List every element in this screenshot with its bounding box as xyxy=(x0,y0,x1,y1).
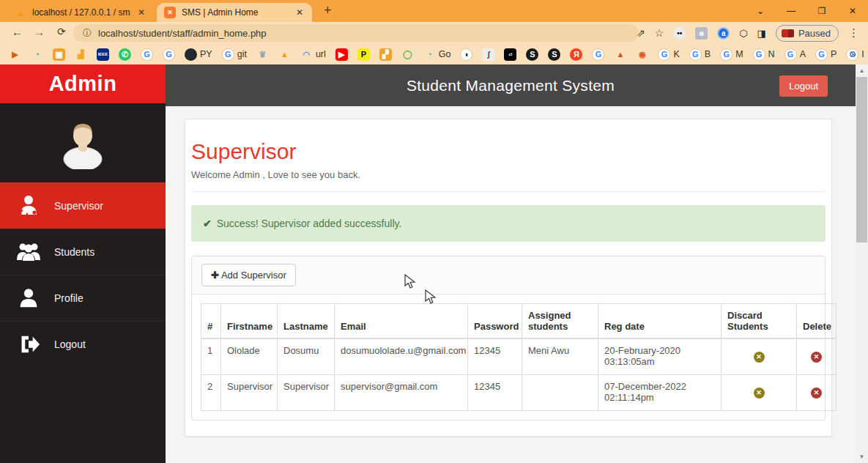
idm-paused-button[interactable]: Paused xyxy=(776,25,839,42)
plus-icon: ✚ xyxy=(211,270,219,281)
google-icon[interactable]: GK xyxy=(658,48,679,61)
phpmyadmin-icon[interactable]: ▲ xyxy=(278,48,291,61)
cl-icon: cl xyxy=(504,48,516,61)
scrollbar-thumb[interactable] xyxy=(856,77,867,242)
analytics-icon[interactable]: ▟ xyxy=(75,48,87,61)
panda-extension-icon[interactable]: •• xyxy=(673,27,686,40)
paystack-icon[interactable]: P xyxy=(357,48,370,61)
browser-menu-icon[interactable]: ⋮ xyxy=(848,26,859,40)
share-icon[interactable]: ⇗ xyxy=(637,27,645,39)
google-icon[interactable]: GB xyxy=(689,48,711,61)
goose-icon: ◖ xyxy=(460,48,472,61)
cell-num: 2 xyxy=(201,374,221,410)
cell-num: 1 xyxy=(201,338,221,374)
discard-students-icon[interactable]: ✕ xyxy=(754,388,765,399)
logout-button[interactable]: Logout xyxy=(779,75,828,97)
eye-icon: ◉ xyxy=(636,48,648,61)
yandex-icon[interactable]: Я xyxy=(570,48,582,61)
address-bar[interactable]: ⓘ localhost/student/staff/admin_home.php xyxy=(73,24,639,42)
add-supervisor-label: Add Supervisor xyxy=(221,270,286,281)
browser-tab-strip: ▲ localhost / 127.0.0.1 / sms / adm ✕ ✕ … xyxy=(0,0,868,22)
tab-title: SMS | Admin Home xyxy=(182,7,289,18)
tab-close-icon[interactable]: ✕ xyxy=(136,7,146,18)
extensions-puzzle-icon[interactable]: ⬡ xyxy=(739,28,747,39)
google-icon[interactable]: GA xyxy=(784,48,806,61)
new-tab-button[interactable]: + xyxy=(324,3,332,18)
s-circle-icon: S xyxy=(526,48,538,61)
google-icon: G xyxy=(658,48,670,61)
sidebar: Admin Supervisor xyxy=(0,64,166,463)
delete-icon[interactable]: ✕ xyxy=(811,388,822,399)
content-card: Supervisor Welcome Admin , Love to see y… xyxy=(185,119,832,437)
app-header: Student Management System Logout xyxy=(166,64,856,106)
scroll-down-icon[interactable]: ▼ xyxy=(856,451,868,463)
window-maximize-button[interactable]: ❐ xyxy=(806,0,837,22)
s-circle-icon[interactable]: S xyxy=(548,48,560,61)
add-supervisor-button[interactable]: ✚Add Supervisor xyxy=(201,264,296,286)
github-icon xyxy=(185,48,197,61)
youtube-icon[interactable]: ▶ xyxy=(335,48,348,61)
google-icon[interactable]: GP xyxy=(815,48,837,61)
sidebar-item-supervisor[interactable]: Supervisor xyxy=(0,182,166,229)
badge-icon: ♛ xyxy=(256,48,269,61)
goose-icon[interactable]: ◖ xyxy=(460,48,472,61)
tab-close-icon[interactable]: ✕ xyxy=(294,7,305,18)
sidebar-item-logout[interactable]: Logout xyxy=(0,321,166,367)
bookmarks-overflow-chevron[interactable]: » xyxy=(850,48,856,59)
sidebar-item-profile[interactable]: Profile xyxy=(0,275,166,321)
window-minimize-button[interactable]: — xyxy=(776,0,806,22)
a-extension-icon[interactable]: a xyxy=(717,27,730,40)
site-info-icon[interactable]: ⓘ xyxy=(83,27,92,40)
figure-icon[interactable]: ʃ xyxy=(482,48,494,61)
wave-icon[interactable]: ◠url xyxy=(300,48,326,61)
godaddy-swirl-icon[interactable]: ◔Go xyxy=(423,48,451,61)
xampp-favicon: ✕ xyxy=(164,7,176,18)
mouse-cursor xyxy=(425,289,438,305)
eye-icon[interactable]: ◉ xyxy=(636,48,648,61)
bookmark-star-icon[interactable]: ☆ xyxy=(655,27,664,39)
ieee-icon[interactable]: IEEE xyxy=(97,48,109,61)
app-title: Student Management System xyxy=(407,77,615,95)
google-icon: G xyxy=(815,48,828,61)
scroll-up-icon[interactable]: ▲ xyxy=(856,64,868,77)
delete-icon[interactable]: ✕ xyxy=(811,352,822,363)
forward-button[interactable]: → xyxy=(34,26,45,38)
reload-button[interactable]: ⟳ xyxy=(57,26,66,37)
google-icon[interactable]: GM xyxy=(720,48,743,61)
matlab-icon[interactable]: ▲ xyxy=(614,48,626,61)
cell-discard: ✕ xyxy=(722,374,797,410)
col-reg-date: Reg date xyxy=(598,304,722,339)
google-icon[interactable]: G xyxy=(141,48,153,61)
godaddy-swirl-icon[interactable]: ◔ xyxy=(31,48,43,61)
panel-heading: ✚Add Supervisor xyxy=(192,256,825,295)
s-circle-icon[interactable]: S xyxy=(526,48,538,61)
page-scrollbar[interactable]: ▲ ▼ xyxy=(856,64,868,463)
green-ring-icon[interactable]: ◯ xyxy=(401,48,414,61)
camera-icon[interactable]: ▣ xyxy=(53,48,65,61)
google-icon[interactable]: G xyxy=(163,48,175,61)
sidebar-item-students[interactable]: Students xyxy=(0,229,166,275)
whatsapp-icon[interactable]: ✆ xyxy=(119,48,131,61)
back-button[interactable]: ← xyxy=(12,26,23,38)
google-icon[interactable]: Ggit xyxy=(222,48,247,61)
google-icon: G xyxy=(222,48,234,61)
modus-arrow-icon[interactable]: ▶ xyxy=(9,48,21,61)
side-panel-icon[interactable]: ◨ xyxy=(757,28,766,39)
badge-icon[interactable]: ♛ xyxy=(256,48,269,61)
cell-firstname: Supervisor xyxy=(221,374,278,410)
modus-arrow-icon: ▶ xyxy=(9,48,21,61)
google-icon[interactable]: G xyxy=(592,48,604,61)
discard-students-icon[interactable]: ✕ xyxy=(754,352,765,363)
window-close-button[interactable]: ✕ xyxy=(837,0,868,22)
user-icon xyxy=(15,284,42,312)
tab-search-chevron-icon[interactable]: ⌄ xyxy=(745,0,776,22)
person-extension-icon[interactable]: ☻ xyxy=(695,27,708,40)
cl-icon[interactable]: cl xyxy=(504,48,516,61)
tab-phpmyadmin[interactable]: ▲ localhost / 127.0.0.1 / sms / adm ✕ xyxy=(7,3,154,22)
tab-sms-admin-home[interactable]: ✕ SMS | Admin Home ✕ xyxy=(157,3,312,22)
github-icon[interactable]: PY xyxy=(185,48,212,61)
google-icon: G xyxy=(753,48,765,61)
google-icon[interactable]: GN xyxy=(753,48,775,61)
movie-camera-icon[interactable]: ▞ xyxy=(379,48,392,61)
table-header-row: # Firstname Lastname Email Password Assi… xyxy=(201,304,837,339)
